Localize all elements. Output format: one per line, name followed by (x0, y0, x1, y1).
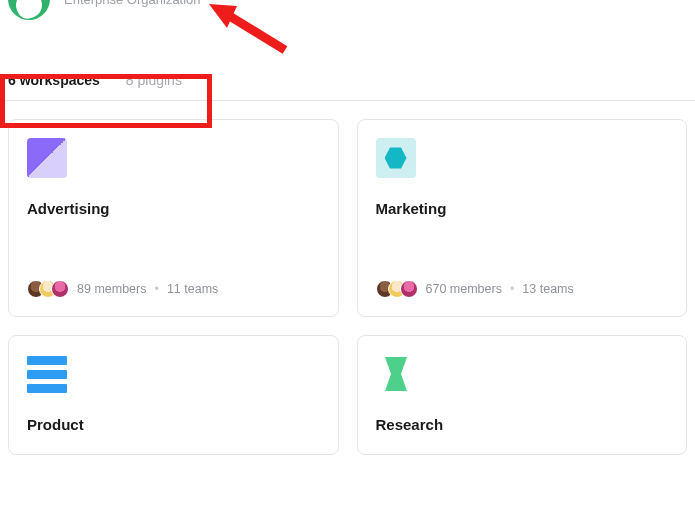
workspace-card-research[interactable]: Research (357, 335, 688, 455)
workspace-grid: Advertising 89 members • 11 teams Market… (0, 101, 695, 455)
tab-plugins[interactable]: 8 plugins (126, 72, 182, 88)
org-subtitle: Enterprise Organization (64, 0, 201, 7)
tabs-bar: 6 workspaces 8 plugins (0, 40, 695, 101)
workspace-icon-product (27, 354, 67, 394)
workspace-icon-research (376, 354, 416, 394)
workspace-card-marketing[interactable]: Marketing 670 members • 13 teams (357, 119, 688, 317)
members-count: 89 members (77, 282, 146, 296)
workspace-title: Research (376, 416, 669, 433)
workspace-card-product[interactable]: Product (8, 335, 339, 455)
teams-count: 13 teams (522, 282, 573, 296)
members-count: 670 members (426, 282, 502, 296)
org-logo (8, 0, 50, 20)
workspace-icon-advertising (27, 138, 67, 178)
org-header: Enterprise Organization (0, 0, 695, 40)
separator-dot: • (154, 282, 158, 296)
workspace-title: Advertising (27, 200, 320, 217)
workspace-card-advertising[interactable]: Advertising 89 members • 11 teams (8, 119, 339, 317)
org-text: Enterprise Organization (64, 0, 201, 7)
workspace-title: Marketing (376, 200, 669, 217)
avatar (400, 280, 418, 298)
workspace-title: Product (27, 416, 320, 433)
avatar-stack (27, 280, 69, 298)
workspace-icon-marketing (376, 138, 416, 178)
workspace-footer: 89 members • 11 teams (27, 280, 320, 298)
separator-dot: • (510, 282, 514, 296)
workspace-footer: 670 members • 13 teams (376, 280, 669, 298)
avatar (51, 280, 69, 298)
teams-count: 11 teams (167, 282, 218, 296)
tab-workspaces[interactable]: 6 workspaces (8, 72, 100, 88)
avatar-stack (376, 280, 418, 298)
